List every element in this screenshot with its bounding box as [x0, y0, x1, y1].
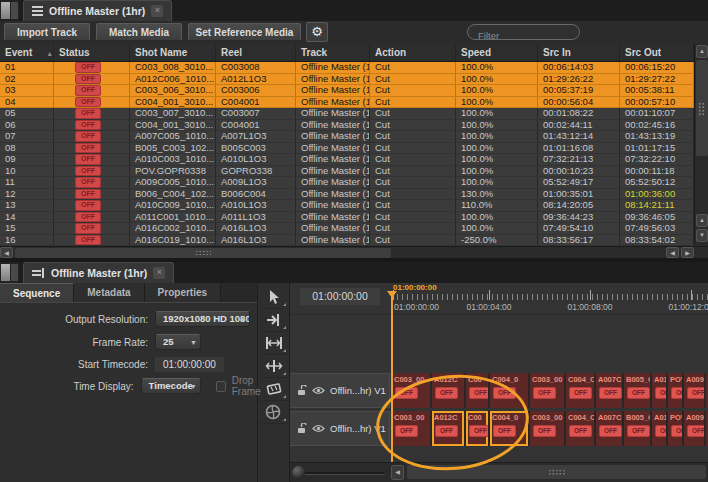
column-header-event[interactable]: Event▲	[0, 44, 54, 61]
filter-input[interactable]	[468, 29, 579, 43]
scroll-left-icon-2[interactable]: ◀	[666, 247, 679, 258]
tab-metadata[interactable]: Metadata	[74, 283, 144, 302]
playhead-marker-icon[interactable]	[387, 291, 397, 298]
scroll-right-icon[interactable]: ▶	[681, 247, 694, 258]
timeline-zoom-slider[interactable]	[298, 472, 384, 475]
timeline-clip[interactable]: C003_00 OFF	[530, 411, 566, 446]
gear-icon[interactable]: ⚙	[306, 22, 328, 42]
table-row[interactable]: 02 OFF A012C006_1010... A012L1O3 Offline…	[0, 74, 694, 86]
timeline-clip[interactable]: A009 OFF	[684, 373, 706, 408]
column-header-speed[interactable]: Speed	[456, 44, 538, 61]
timeline-clip[interactable]: B005_C OFF	[624, 411, 652, 446]
table-row[interactable]: 06 OFF C004_001_3010... C004001 Offline …	[0, 120, 694, 132]
timeline-clip[interactable]: C004_C OFF	[566, 373, 596, 408]
column-header-src-in[interactable]: Src In	[538, 44, 620, 61]
close-icon[interactable]: ×	[151, 5, 163, 17]
table-row[interactable]: 16 OFF A016C019_1010... A016L1O3 Offline…	[0, 235, 694, 247]
timeline-clip[interactable]: A009 OFF	[684, 411, 706, 446]
output-resolution-dropdown[interactable]: 1920x1080 HD 1080 ▼	[155, 311, 250, 327]
table-row[interactable]: 11 OFF A009C005_1010... A009L1O3 Offline…	[0, 177, 694, 189]
lock-open-icon[interactable]	[297, 385, 307, 396]
timeline-clip[interactable]: B005_C OFF	[624, 373, 652, 408]
match-media-button[interactable]: Match Media	[96, 23, 182, 41]
ruler-label: 01:00:12:00	[669, 302, 708, 312]
scroll-down-icon[interactable]: ▼	[696, 229, 708, 242]
filter-field[interactable]	[467, 24, 580, 40]
timeline-clip[interactable]: A007C OFF	[596, 373, 624, 408]
eye-icon[interactable]	[312, 386, 325, 395]
cell-shot-name: C003_006_3010...	[130, 85, 216, 96]
timeline-clip[interactable]: A010 OFF	[652, 373, 668, 408]
track-header-v1[interactable]: Offlin...hr) V1	[290, 373, 390, 408]
table-row[interactable]: 01 OFF C003_008_3010... C003008 Offline …	[0, 62, 694, 74]
column-header-track[interactable]: Track	[296, 44, 370, 61]
horizontal-scroll-thumb[interactable]	[15, 248, 391, 258]
timeline-clip[interactable]: A007C OFF	[596, 411, 624, 446]
insert-tool-icon[interactable]	[260, 309, 288, 332]
vertical-scroll-thumb[interactable]	[696, 60, 708, 156]
table-row[interactable]: 12 OFF B006_C004_102... B006C004 Offline…	[0, 189, 694, 201]
timeline-clip[interactable]: C00 OFF	[466, 411, 490, 446]
column-header-status[interactable]: Status	[54, 44, 130, 61]
table-row[interactable]: 07 OFF A007C005_1010... A007L1O3 Offline…	[0, 131, 694, 143]
track-header-v1b[interactable]: Offlin...hr) V1	[290, 411, 390, 446]
timeline-clip[interactable]: A012C OFF	[432, 411, 466, 446]
tab-offline-master-top[interactable]: Offline Master (1hr) ×	[23, 0, 172, 21]
cell-shot-name: A016C019_1010...	[130, 235, 216, 246]
scroll-up-icon-2[interactable]: ▲	[696, 214, 708, 227]
lock-open-icon[interactable]	[297, 423, 307, 434]
table-row[interactable]: 03 OFF C003_006_3010... C003006 Offline …	[0, 85, 694, 97]
razor-tool-icon[interactable]	[260, 378, 288, 401]
close-icon[interactable]: ×	[153, 267, 165, 279]
timewarp-tool-icon[interactable]	[260, 401, 288, 424]
column-header-src-out[interactable]: Src Out	[620, 44, 694, 61]
tab-sequence[interactable]: Sequence	[0, 283, 74, 302]
drop-frame-checkbox[interactable]	[216, 381, 226, 392]
timeline-ruler[interactable]: 01:00:00:0001:00:04:0001:00:08:0001:00:1…	[392, 283, 708, 314]
timeline-clip[interactable]: C004_C OFF	[566, 411, 596, 446]
cell-speed: 100.0%	[456, 108, 538, 119]
timeline-clip[interactable]: A012C OFF	[432, 373, 466, 408]
table-row[interactable]: 14 OFF A011C001_1010... A011L1O3 Offline…	[0, 212, 694, 224]
column-header-reel[interactable]: Reel	[216, 44, 296, 61]
timeline-scroll-thumb[interactable]	[407, 465, 706, 479]
clip-status-badge: OFF	[395, 425, 418, 437]
table-row[interactable]: 05 OFF C003_007_3010... C003007 Offline …	[0, 108, 694, 120]
table-row[interactable]: 08 OFF B005_C003_102... B005C003 Offline…	[0, 143, 694, 155]
scroll-up-icon[interactable]: ▲	[696, 45, 708, 58]
time-display-dropdown[interactable]: Timecode ▼	[141, 378, 201, 394]
set-reference-media-button[interactable]: Set Reference Media	[188, 23, 301, 41]
table-row[interactable]: 15 OFF A016C002_1010... A016L1O3 Offline…	[0, 223, 694, 235]
table-row[interactable]: 13 OFF A010C009_1010... A010L1O3 Offline…	[0, 200, 694, 212]
trim-tool-icon[interactable]	[260, 332, 288, 355]
timeline-clip[interactable]: POV OFF	[668, 373, 684, 408]
timeline-clip[interactable]: C003_00 OFF	[530, 373, 566, 408]
panel-corner-widget-2[interactable]	[0, 262, 19, 283]
scroll-left-icon[interactable]: ◀	[0, 247, 13, 258]
column-header-action[interactable]: Action	[370, 44, 456, 61]
column-header-shot-name[interactable]: Shot Name	[130, 44, 216, 61]
table-row[interactable]: 10 OFF POV.GOPR0338 GOPRO338 Offline Mas…	[0, 166, 694, 178]
table-row[interactable]: 04 OFF C004_001_3010... C004001 Offline …	[0, 97, 694, 109]
timeline-clip[interactable]: C004_0 OFF	[490, 373, 530, 408]
slide-tool-icon[interactable]	[260, 355, 288, 378]
frame-rate-dropdown[interactable]: 25 ▼	[155, 334, 201, 350]
import-track-button[interactable]: Import Track	[4, 23, 90, 41]
timeline-clip[interactable]: C004_0 OFF	[490, 411, 530, 446]
scroll-left-icon[interactable]: ◀	[391, 465, 404, 480]
zoom-slider-knob[interactable]	[292, 466, 305, 479]
cell-track: Offline Master (1...	[296, 108, 370, 119]
eye-icon[interactable]	[312, 424, 325, 433]
panel-corner-widget[interactable]	[0, 0, 19, 21]
timeline-clip[interactable]: C003_00 OFF	[392, 411, 432, 446]
table-row[interactable]: 09 OFF A010C003_1010... A010L1O3 Offline…	[0, 154, 694, 166]
timeline-clip[interactable]: A010 OFF	[652, 411, 668, 446]
timeline-clip[interactable]: C003_00 OFF	[392, 373, 432, 408]
timeline-clip[interactable]: POV OFF	[668, 411, 684, 446]
ruler-label: 01:00:08:00	[568, 302, 613, 312]
timeline-clip[interactable]: C00 OFF	[466, 373, 490, 408]
playhead[interactable]	[391, 291, 393, 462]
tab-properties[interactable]: Properties	[145, 283, 221, 302]
pointer-tool-icon[interactable]	[260, 286, 288, 309]
tab-offline-master-bottom[interactable]: Offline Master (1hr) ×	[23, 262, 174, 283]
